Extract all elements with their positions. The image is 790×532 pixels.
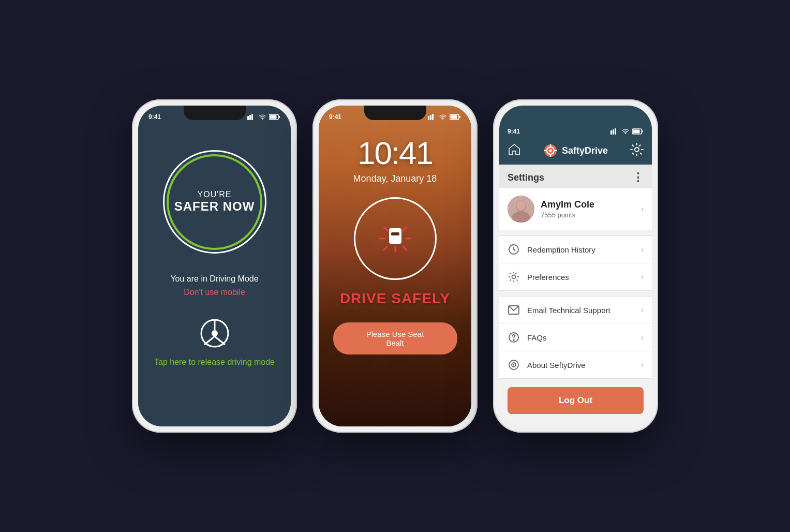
svg-rect-15 [451, 115, 457, 119]
status-icons-3 [610, 128, 644, 135]
avatar-image [508, 196, 534, 223]
seatbelt-circle [354, 197, 437, 280]
home-button[interactable] [508, 143, 521, 158]
driving-mode-label: You are in Driving Mode [170, 274, 258, 284]
youre-label: YOU'RE [174, 190, 255, 199]
status-icons-2 [428, 114, 461, 120]
email-icon [508, 304, 520, 316]
svg-rect-5 [279, 116, 280, 118]
settings-nav: SaftyDrive [508, 143, 644, 158]
email-support-label: Email Technical Support [527, 306, 634, 315]
status-bar-3: 9:41 [508, 124, 644, 139]
svg-rect-27 [613, 129, 614, 135]
preferences-item[interactable]: Preferences › [499, 263, 652, 290]
svg-point-48 [513, 339, 514, 341]
svg-rect-17 [389, 228, 401, 244]
svg-point-51 [513, 364, 515, 366]
faqs-chevron: › [641, 333, 644, 342]
svg-rect-11 [428, 116, 429, 120]
time-display: 10:41 Monday, January 18 [353, 135, 437, 184]
email-support-item[interactable]: Email Technical Support › [499, 297, 652, 324]
status-time-3: 9:41 [508, 128, 520, 135]
profile-chevron: › [641, 204, 644, 214]
time-large: 10:41 [353, 135, 437, 171]
settings-section-header: Settings ⋮ [499, 165, 652, 188]
svg-point-34 [549, 150, 551, 152]
svg-rect-2 [251, 114, 253, 120]
phone-2-screen: 9:41 10:41 Monday, January 18 [319, 106, 471, 426]
app-title-area: SaftyDrive [543, 143, 608, 158]
status-time-2: 9:41 [329, 113, 341, 121]
svg-line-22 [384, 227, 387, 231]
seatbelt-icon [375, 218, 416, 259]
phone-3: 9:41 [493, 99, 658, 433]
svg-line-25 [403, 246, 407, 250]
svg-rect-31 [642, 130, 643, 132]
svg-line-10 [215, 336, 225, 345]
settings-body: Settings ⋮ Amy [499, 165, 652, 426]
redemption-history-item[interactable]: Redemption History › [499, 236, 652, 263]
phone-1: 9:41 YOU'RE SAFER NOW You are in D [132, 99, 297, 433]
preferences-chevron: › [641, 272, 644, 282]
safe-circle: YOU'RE SAFER NOW [163, 150, 266, 254]
drive-safely-label: DRIVE SAFELY [340, 290, 450, 307]
logout-button[interactable]: Log Out [508, 387, 644, 414]
svg-rect-30 [633, 130, 640, 134]
svg-point-45 [512, 275, 516, 279]
status-icons-1 [247, 114, 280, 120]
history-icon [508, 243, 520, 256]
phone-1-screen: 9:41 YOU'RE SAFER NOW You are in D [138, 106, 291, 426]
faqs-label: FAQs [527, 333, 634, 342]
profile-points: 7555 points [541, 211, 635, 219]
profile-name: AmyIm Cole [541, 199, 635, 210]
svg-point-7 [212, 330, 218, 336]
notch-2 [364, 106, 426, 120]
about-chevron: › [641, 360, 644, 370]
gear-button[interactable] [630, 143, 644, 158]
preferences-icon [508, 271, 520, 283]
phones-container: 9:41 YOU'RE SAFER NOW You are in D [132, 99, 658, 433]
svg-point-39 [635, 147, 639, 152]
status-time-1: 9:41 [148, 113, 161, 121]
dont-use-label: Don't use mobile [184, 288, 245, 297]
about-item[interactable]: About SeftyDrive › [499, 351, 652, 378]
notch-3 [545, 106, 607, 120]
svg-rect-16 [459, 116, 460, 118]
date-text: Monday, January 18 [353, 173, 437, 184]
about-icon [508, 359, 520, 371]
redemption-history-label: Redemption History [527, 245, 634, 254]
about-label: About SeftyDrive [527, 361, 634, 370]
phone-3-screen: 9:41 [499, 106, 652, 426]
preferences-label: Preferences [527, 273, 634, 282]
profile-info: AmyIm Cole 7555 points [541, 199, 635, 219]
settings-section-label: Settings [508, 172, 544, 183]
faq-icon [508, 331, 520, 344]
email-chevron: › [641, 305, 644, 315]
phone-2: 9:41 10:41 Monday, January 18 [312, 99, 478, 433]
redemption-chevron: › [641, 245, 644, 254]
safer-now-label: SAFER NOW [174, 199, 255, 214]
app-name-label: SaftyDrive [562, 145, 608, 156]
profile-row[interactable]: AmyIm Cole 7555 points › [499, 188, 652, 230]
svg-rect-18 [391, 232, 399, 235]
circle-text: YOU'RE SAFER NOW [174, 190, 255, 214]
faqs-item[interactable]: FAQs › [499, 324, 652, 351]
menu-group-2: Email Technical Support › [499, 296, 652, 379]
svg-rect-0 [247, 116, 249, 120]
notch-1 [184, 106, 246, 120]
menu-group-1: Redemption History › Preferences [499, 235, 652, 291]
svg-rect-26 [610, 130, 612, 135]
svg-rect-4 [270, 115, 277, 119]
tap-release-label[interactable]: Tap here to release driving mode [154, 357, 275, 368]
svg-point-43 [516, 200, 526, 211]
svg-rect-12 [430, 115, 431, 120]
svg-rect-13 [432, 114, 434, 120]
app-logo-icon [543, 143, 558, 158]
svg-line-9 [204, 336, 215, 345]
svg-rect-1 [249, 115, 251, 120]
seat-belt-button[interactable]: Please Use Seat Bealt [333, 322, 457, 354]
svg-line-23 [403, 227, 407, 231]
avatar [508, 196, 534, 223]
more-options-icon[interactable]: ⋮ [632, 171, 644, 184]
svg-line-24 [384, 246, 387, 250]
